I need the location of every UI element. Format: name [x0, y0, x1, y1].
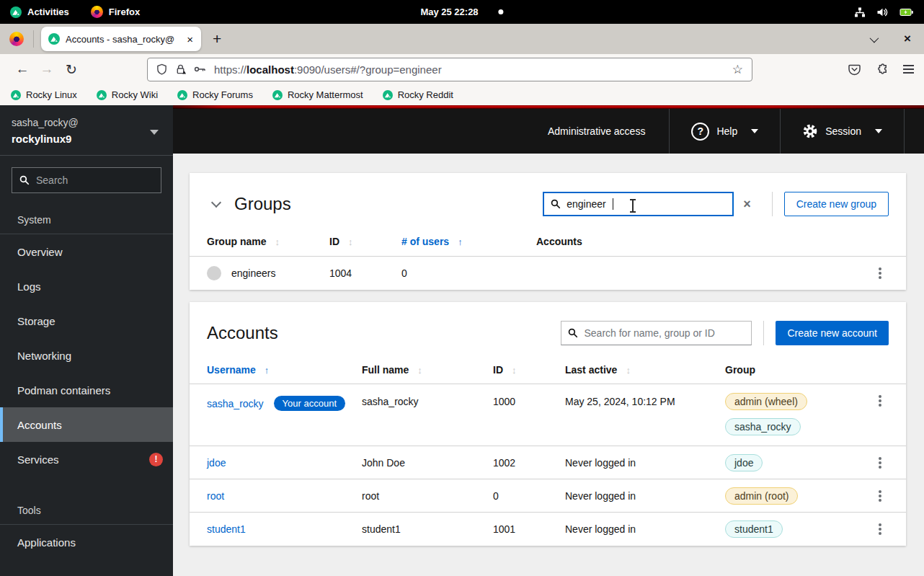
firefox-app-indicator[interactable]: Firefox [91, 6, 140, 18]
list-all-tabs-icon[interactable] [870, 33, 879, 43]
menu-hamburger-icon[interactable] [903, 65, 914, 74]
sidebar-item-overview[interactable]: Overview [0, 234, 173, 269]
groups-search-input[interactable]: engineer [543, 192, 734, 216]
sidebar-item-applications[interactable]: Applications [0, 525, 173, 559]
gear-icon [802, 123, 818, 139]
accounts-search-box [561, 321, 752, 345]
account-row-root[interactable]: root root 0 Never logged in admin (root) [190, 479, 906, 513]
sort-icon: ↕ [512, 365, 517, 376]
bookmark-rocky-wiki[interactable]: Rocky Wiki [97, 89, 158, 100]
session-menu[interactable]: Session [780, 109, 905, 154]
full-name: John Doe [362, 457, 493, 469]
bookmark-rocky-mattermost[interactable]: Rocky Mattermost [272, 89, 363, 100]
firefox-app-label: Firefox [109, 6, 140, 17]
new-tab-button[interactable]: + [213, 30, 221, 48]
sidebar-item-storage[interactable]: Storage [0, 303, 173, 338]
account-kebab-menu[interactable] [871, 384, 889, 406]
pocket-icon[interactable] [848, 63, 861, 76]
kebab-icon [879, 528, 881, 531]
account-kebab-menu[interactable] [871, 485, 889, 507]
url-bar[interactable]: https://localhost:9090/users#/?group=eng… [147, 58, 752, 81]
sidebar-section-tools: Tools [0, 495, 173, 525]
groups-collapse-icon[interactable] [211, 198, 221, 208]
extensions-puzzle-icon[interactable] [876, 63, 888, 76]
window-close-icon[interactable]: × [904, 32, 911, 46]
forward-icon[interactable]: → [35, 61, 59, 77]
col-full-name[interactable]: Full name↕ [362, 364, 493, 376]
clock-label: May 25 22:28 [420, 6, 478, 17]
create-new-group-button[interactable]: Create new group [784, 192, 889, 216]
search-icon [551, 199, 561, 209]
screen: Activities Firefox May 25 22:28 [0, 0, 924, 576]
account-kebab-menu[interactable] [871, 452, 889, 474]
group-tag: student1 [725, 520, 783, 538]
tab-separator [33, 30, 34, 48]
divider [772, 192, 773, 216]
col-username[interactable]: Username↑ [207, 364, 362, 376]
sort-asc-icon: ↑ [458, 236, 463, 247]
key-icon[interactable] [194, 63, 206, 75]
firefox-tab-bar: Accounts - sasha_rocky@ × + × [0, 24, 924, 54]
account-row-student1[interactable]: student1 student1 1001 Never logged in s… [190, 513, 906, 546]
col-group-id[interactable]: ID↕ [329, 236, 401, 247]
accounts-search-input[interactable] [584, 327, 745, 339]
active-tab[interactable]: Accounts - sasha_rocky@ × [41, 27, 201, 51]
col-group: Group [725, 364, 854, 376]
clock-menu[interactable]: May 25 22:28 [420, 6, 503, 17]
last-active: Never logged in [565, 490, 725, 502]
sidebar-item-accounts[interactable]: Accounts [0, 407, 173, 442]
tab-title: Accounts - sasha_rocky@ [66, 34, 179, 45]
accounts-title: Accounts [207, 323, 278, 343]
activities-button[interactable]: Activities [10, 6, 69, 18]
full-name: sasha_rocky [362, 384, 493, 407]
username-link[interactable]: student1 [207, 523, 246, 535]
recording-dot-icon [499, 9, 504, 14]
groups-table-header: Group name↕ ID↕ # of users↑ Accounts [190, 226, 906, 257]
firefox-window-icon [9, 32, 24, 46]
tab-close-icon[interactable]: × [185, 33, 195, 45]
sidebar-item-podman-containers[interactable]: Podman containers [0, 373, 173, 407]
bookmark-rocky-forums[interactable]: Rocky Forums [177, 89, 253, 100]
group-row-engineers[interactable]: engineers 1004 0 [190, 257, 906, 290]
sort-icon: ↕ [348, 236, 353, 247]
sidebar-search-input[interactable]: Search [12, 167, 161, 193]
accounts-table-header: Username↑ Full name↕ ID↕ Last active↕ Gr… [190, 355, 906, 384]
shield-icon[interactable] [156, 63, 167, 75]
back-icon[interactable]: ← [10, 61, 35, 77]
col-id[interactable]: ID↕ [493, 364, 565, 376]
group-kebab-menu[interactable] [871, 262, 889, 284]
username-link[interactable]: sasha_rocky [207, 398, 264, 409]
host-switcher[interactable]: sasha_rocky@ rockylinux9 [0, 105, 173, 156]
bookmark-star-icon[interactable]: ☆ [732, 62, 743, 77]
group-tag: admin (wheel) [725, 393, 807, 410]
groups-search-clear-icon[interactable]: × [734, 197, 760, 212]
bookmark-rocky-linux[interactable]: Rocky Linux [11, 89, 77, 100]
kebab-icon [879, 461, 881, 464]
masthead: Administrative access ? Help Session [173, 109, 924, 154]
admin-access-button[interactable]: Administrative access [524, 125, 669, 137]
bookmark-rocky-reddit[interactable]: Rocky Reddit [383, 89, 453, 100]
col-num-users[interactable]: # of users↑ [401, 236, 536, 247]
sidebar-item-logs[interactable]: Logs [0, 269, 173, 303]
create-new-account-button[interactable]: Create new account [776, 321, 889, 345]
tab-favicon-rocky-icon [48, 33, 60, 45]
system-tray[interactable] [854, 6, 924, 18]
help-menu[interactable]: ? Help [669, 109, 780, 154]
account-kebab-menu[interactable] [871, 518, 889, 540]
col-group-name[interactable]: Group name↕ [207, 236, 329, 247]
sidebar-item-services[interactable]: Services ! [0, 442, 173, 477]
lock-warning-icon[interactable] [175, 63, 186, 75]
account-id: 1001 [493, 523, 565, 535]
username-link[interactable]: jdoe [207, 457, 226, 469]
username-link[interactable]: root [207, 490, 224, 502]
volume-icon [876, 6, 889, 18]
sidebar-item-networking[interactable]: Networking [0, 338, 173, 373]
reload-icon[interactable]: ↻ [59, 61, 84, 78]
account-row-jdoe[interactable]: jdoe John Doe 1002 Never logged in jdoe [190, 446, 906, 479]
account-row-sasha-rocky[interactable]: sasha_rockyYour account sasha_rocky 1000… [190, 384, 906, 446]
kebab-icon [879, 399, 881, 402]
sidebar-search-placeholder: Search [36, 174, 68, 186]
col-last-active[interactable]: Last active↕ [565, 364, 725, 376]
activities-label: Activities [27, 6, 69, 17]
group-name: engineers [231, 267, 276, 279]
